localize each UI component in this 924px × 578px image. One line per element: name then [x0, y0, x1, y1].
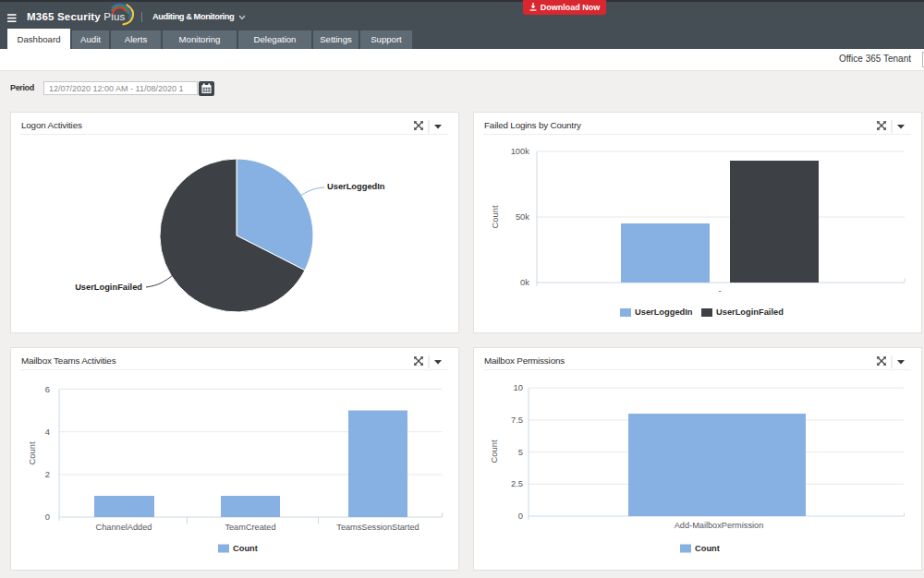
svg-text:7.5: 7.5	[511, 415, 523, 425]
svg-text:Count: Count	[489, 440, 499, 463]
svg-text:4: 4	[45, 427, 50, 437]
svg-text:0k: 0k	[520, 277, 529, 287]
svg-text:100k: 100k	[511, 146, 530, 156]
svg-text:TeamCreated: TeamCreated	[225, 523, 275, 532]
svg-text:UserLoginFailed: UserLoginFailed	[75, 283, 142, 292]
svg-text:2: 2	[45, 469, 50, 479]
svg-text:-: -	[718, 285, 721, 295]
svg-text:5: 5	[518, 447, 523, 457]
svg-text:Count: Count	[695, 544, 720, 553]
svg-text:Add-MailboxPermission: Add-MailboxPermission	[675, 521, 764, 530]
svg-text:UserLoginFailed: UserLoginFailed	[716, 307, 784, 317]
svg-text:Count: Count	[233, 544, 258, 553]
svg-text:2.5: 2.5	[511, 478, 523, 488]
svg-text:UserLoggedIn: UserLoggedIn	[327, 182, 385, 191]
svg-text:0: 0	[518, 511, 523, 521]
svg-text:10: 10	[514, 382, 523, 392]
svg-text:Count: Count	[490, 205, 500, 228]
svg-text:TeamsSessionStarted: TeamsSessionStarted	[336, 523, 419, 532]
svg-text:UserLoggedIn: UserLoggedIn	[635, 307, 693, 317]
svg-text:ChannelAdded: ChannelAdded	[96, 523, 152, 532]
svg-text:0: 0	[45, 512, 50, 522]
svg-text:50k: 50k	[516, 211, 529, 222]
svg-text:Count: Count	[27, 441, 37, 464]
svg-text:6: 6	[45, 384, 50, 394]
